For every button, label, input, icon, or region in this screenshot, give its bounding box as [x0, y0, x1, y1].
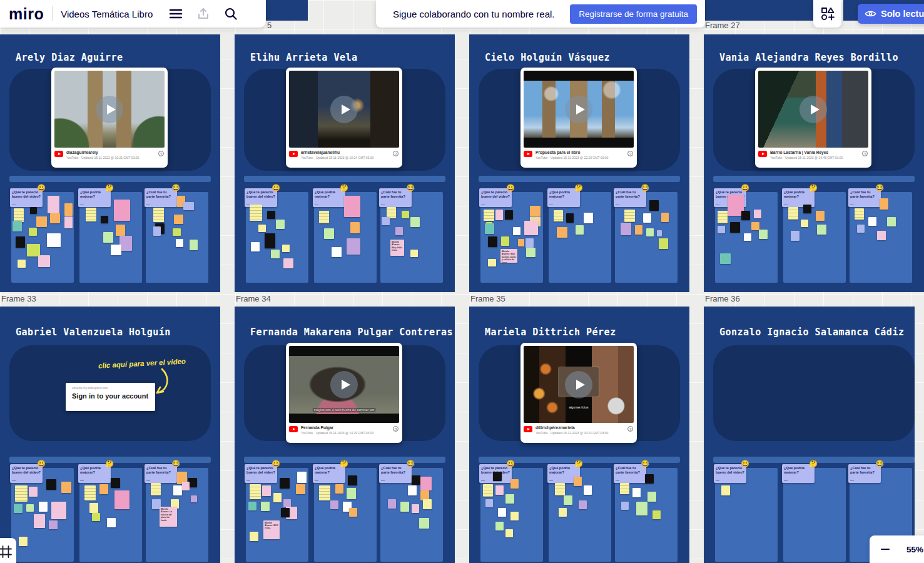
sticky-note[interactable] — [250, 205, 262, 221]
question-column-favorite[interactable]: ¿Cuál fue tu parte favorita?😂 — [615, 192, 678, 283]
sticky-note[interactable] — [282, 245, 290, 252]
sticky-note[interactable] — [191, 495, 197, 502]
sticky-note[interactable] — [248, 502, 256, 510]
sticky-note[interactable] — [26, 504, 34, 512]
sticky-note[interactable] — [526, 248, 536, 257]
sticky-note[interactable] — [18, 260, 26, 268]
sticky-note[interactable] — [297, 472, 307, 483]
emoji-sticker[interactable]: 😂 — [875, 459, 884, 468]
sticky-note[interactable] — [103, 232, 113, 243]
sticky-note[interactable] — [173, 228, 181, 236]
sticky-note[interactable] — [276, 220, 285, 229]
sticky-note[interactable] — [579, 500, 587, 509]
question-header-note[interactable]: ¿Cuál fue tu parte favorita?😂 — [848, 464, 881, 483]
sticky-note[interactable] — [718, 226, 725, 233]
question-column-good[interactable]: ¿Qué te pareció bueno del video?😀Mariela… — [480, 192, 543, 283]
sticky-note[interactable] — [524, 221, 538, 235]
emoji-sticker[interactable]: 🤔 — [105, 183, 114, 192]
frame-gabriel-valenzuela-holgu-n[interactable]: Gabriel Valenzuela Holguínclic aquí para… — [0, 307, 220, 563]
question-header-note[interactable]: ¿Cuál fue tu parte favorita?😂 — [145, 188, 177, 207]
sticky-note[interactable] — [718, 211, 728, 223]
sticky-note[interactable] — [485, 223, 494, 234]
sticky-note[interactable] — [636, 502, 647, 515]
question-header-note[interactable]: ¿Qué podría mejorar?🤔 — [547, 188, 580, 207]
question-header-note[interactable]: ¿Qué te pareció bueno del video?😀 — [479, 188, 512, 207]
signin-card[interactable]: utmedu-my.sharepoint.comSign in to your … — [66, 383, 155, 411]
emoji-sticker[interactable]: 😀 — [741, 183, 749, 192]
play-icon[interactable] — [565, 96, 592, 123]
question-column-good[interactable]: ¿Qué te pareció bueno del video?😀 — [11, 468, 74, 562]
sticky-note[interactable] — [114, 490, 129, 509]
sticky-note[interactable] — [84, 485, 96, 500]
frame-vania-alejandra-reyes-bordillo[interactable]: Vania Alejandra Reyes BordilloBarrio Las… — [704, 34, 924, 292]
sticky-note[interactable] — [647, 492, 656, 502]
sticky-note[interactable] — [493, 472, 502, 481]
sticky-note[interactable] — [250, 484, 261, 499]
sticky-note[interactable] — [344, 196, 360, 217]
sticky-note[interactable] — [15, 485, 28, 502]
sticky-note[interactable] — [92, 513, 100, 521]
sticky-note[interactable] — [267, 211, 275, 219]
question-column-improve[interactable]: ¿Qué podría mejorar?🤔 — [549, 192, 611, 283]
emoji-sticker[interactable]: 😂 — [171, 183, 180, 192]
sticky-note[interactable] — [349, 508, 357, 517]
sticky-note[interactable] — [261, 502, 270, 511]
sticky-note[interactable] — [484, 210, 494, 221]
sticky-note[interactable] — [153, 208, 164, 222]
sticky-note[interactable] — [347, 488, 356, 499]
emoji-sticker[interactable]: 🤔 — [340, 459, 348, 468]
sticky-note[interactable] — [281, 508, 290, 517]
sticky-note[interactable] — [721, 485, 730, 495]
sticky-note[interactable] — [857, 225, 865, 233]
sticky-note[interactable] — [61, 482, 71, 493]
sticky-note[interactable] — [530, 206, 541, 216]
sticky-note[interactable] — [621, 223, 631, 235]
info-icon[interactable] — [158, 151, 164, 156]
sticky-note[interactable] — [488, 259, 496, 266]
sticky-note[interactable] — [173, 485, 182, 495]
sticky-note[interactable] — [513, 227, 520, 235]
zoom-out-icon[interactable] — [881, 549, 890, 550]
sticky-note[interactable] — [151, 483, 161, 495]
sticky-note[interactable] — [153, 226, 161, 236]
frame-label-partial[interactable]: 5 — [267, 21, 272, 30]
frame-partial-top[interactable] — [266, 0, 308, 21]
sticky-note[interactable] — [410, 250, 418, 257]
sticky-note[interactable] — [751, 222, 759, 230]
sticky-note[interactable] — [34, 514, 45, 528]
sticky-note[interactable] — [182, 482, 190, 490]
question-column-favorite[interactable]: ¿Cuál fue tu parte favorita?😂Mariela Alv… — [146, 468, 208, 562]
emoji-sticker[interactable]: 😂 — [875, 183, 884, 192]
sticky-note[interactable] — [319, 211, 329, 223]
sticky-note[interactable] — [19, 537, 28, 546]
question-header-note[interactable]: ¿Cuál fue tu parte favorita?😂 — [379, 464, 412, 483]
question-header-note[interactable]: ¿Qué te pareció bueno del video?😀 — [714, 464, 746, 483]
sticky-note[interactable] — [251, 242, 260, 251]
sticky-note[interactable] — [38, 255, 50, 267]
sticky-note[interactable] — [258, 225, 266, 232]
sticky-note[interactable] — [183, 202, 194, 210]
sticky-note[interactable] — [495, 522, 504, 530]
sticky-note[interactable] — [395, 227, 403, 235]
sticky-note[interactable] — [657, 230, 662, 236]
question-column-good[interactable]: ¿Qué te pareció bueno del video?😀 — [715, 192, 778, 283]
frame-partial-top[interactable] — [705, 0, 816, 21]
sticky-note[interactable] — [99, 484, 108, 494]
sticky-note[interactable] — [525, 238, 534, 248]
sticky-note[interactable] — [335, 484, 343, 494]
video-card[interactable]: mágico con el solo hecho de caminar porF… — [286, 343, 402, 443]
video-card[interactable]: Barrio Lastarria | Vania ReyesYouTube · … — [755, 68, 871, 168]
sticky-note[interactable] — [423, 499, 432, 509]
sticky-note[interactable] — [584, 485, 592, 495]
sticky-note[interactable] — [64, 216, 73, 228]
sticky-note[interactable] — [382, 217, 390, 225]
sticky-note[interactable] — [280, 478, 290, 489]
emoji-sticker[interactable]: 🤔 — [809, 183, 818, 192]
sticky-note[interactable] — [643, 213, 651, 223]
sticky-note[interactable] — [877, 231, 886, 240]
sticky-note[interactable] — [495, 210, 503, 220]
sticky-note[interactable] — [880, 198, 888, 210]
sticky-note[interactable] — [265, 233, 275, 248]
question-header-note[interactable]: ¿Qué podría mejorar?🤔 — [78, 464, 111, 483]
sticky-note[interactable]: Mariela Alvarez: MUY COOL — [263, 520, 280, 539]
